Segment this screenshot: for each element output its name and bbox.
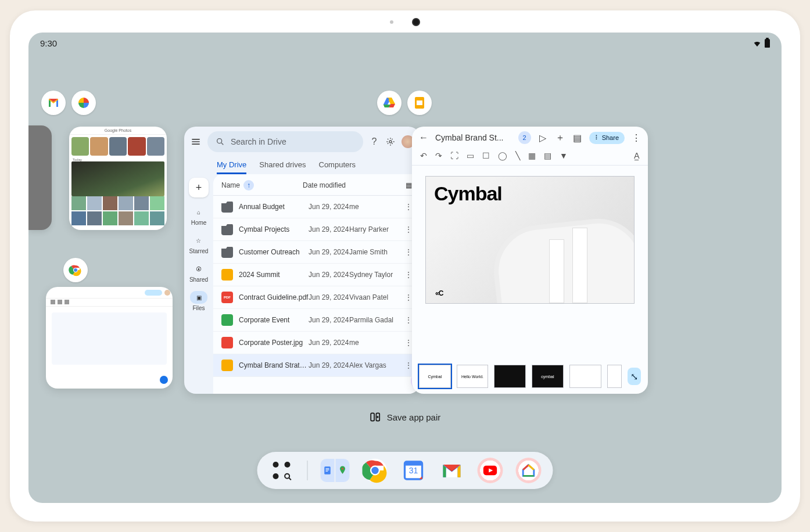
col-name[interactable]: Name↑ (221, 180, 303, 190)
more-icon[interactable]: ⋮ (630, 132, 642, 143)
file-more-icon[interactable]: ⋮ (405, 316, 412, 324)
file-owner: me (349, 339, 405, 347)
slides-bubble[interactable] (407, 91, 432, 115)
thumb-2[interactable]: Hello World. (457, 365, 489, 388)
file-more-icon[interactable]: ⋮ (405, 225, 412, 233)
thumb-5[interactable] (569, 365, 601, 388)
undo-icon[interactable]: ↶ (420, 151, 427, 160)
grid-toggle-icon[interactable]: ▦ (406, 181, 412, 189)
drive-tabs: My Drive Shared drives Computers (184, 157, 420, 174)
wifi-icon (752, 39, 762, 48)
dock-home[interactable] (516, 458, 542, 483)
file-date: Jun 29, 2024 (309, 271, 349, 279)
file-row[interactable]: Customer OutreachJun 29, 2024Jamie Smith… (213, 241, 420, 264)
svg-point-6 (389, 141, 392, 143)
file-row[interactable]: 2024 SummitJun 29, 2024Sydney Taylor⋮ (213, 264, 420, 286)
settings-icon[interactable] (385, 136, 396, 147)
thumb-6[interactable] (607, 365, 622, 388)
shape-icon[interactable]: ◯ (498, 151, 507, 160)
slides-icon (413, 96, 426, 110)
file-row[interactable]: Corporate EventJun 29, 2024Parmila Gadal… (213, 309, 420, 332)
dock-chrome[interactable] (363, 458, 388, 483)
svg-point-14 (342, 468, 343, 470)
recents-card-photos[interactable]: Google Photos Today (69, 127, 167, 230)
file-more-icon[interactable]: ⋮ (405, 293, 412, 301)
file-row[interactable]: PDFContract Guideline.pdfJun 29, 2024Viv… (213, 286, 420, 309)
camera-cluster (390, 18, 420, 26)
camera-lens (412, 18, 420, 26)
all-apps-button[interactable] (269, 458, 295, 483)
recents-card-slides[interactable]: ← Cymbal Brand St... 2 ▷ ＋ ▤ ⠇ Share ⋮ ↶… (412, 127, 648, 394)
tab-shared-drives[interactable]: Shared drives (259, 157, 306, 174)
folder-icon (221, 224, 233, 235)
text-format-icon[interactable]: A̲ (634, 151, 640, 160)
recents-card-drive[interactable]: Search in Drive ? My Drive Shared drives… (184, 127, 420, 394)
file-row[interactable]: Annual BudgetJun 29, 2024me⋮ (213, 196, 420, 218)
svg-point-5 (217, 139, 222, 143)
image-icon[interactable]: ▭ (467, 151, 474, 160)
rail-home[interactable]: ⌂Home (190, 206, 207, 226)
file-row[interactable]: Corporate Poster.jpgJun 29, 2024me⋮ (213, 332, 420, 354)
file-owner: me (349, 203, 405, 211)
dock-youtube[interactable] (478, 458, 503, 483)
tab-mydrive[interactable]: My Drive (217, 157, 246, 174)
file-owner: Parmila Gadal (349, 316, 405, 324)
file-row[interactable]: Cymbal Brand StrategyJun 29, 2024Alex Va… (213, 354, 420, 377)
chrome-icon (363, 458, 388, 483)
photos-grid (69, 196, 167, 228)
table-icon[interactable]: ▦ (528, 151, 536, 160)
file-more-icon[interactable]: ⋮ (405, 203, 412, 211)
folder-icon (221, 201, 233, 213)
resize-fab[interactable]: ⤡ (628, 368, 641, 385)
theme-icon[interactable]: ▼ (560, 151, 568, 160)
slide-canvas[interactable]: Cymbal «C (412, 166, 648, 314)
redo-icon[interactable]: ↷ (435, 151, 442, 160)
present-icon[interactable]: ▷ (537, 132, 549, 143)
save-pair-label: Save app pair (387, 412, 441, 422)
speaker-notes-icon[interactable]: ▤ (572, 132, 583, 143)
thumb-4[interactable]: cymbal (532, 365, 564, 388)
pdf-icon: PDF (221, 292, 233, 303)
save-app-pair[interactable]: Save app pair (370, 411, 441, 423)
maps-icon (338, 465, 348, 476)
layout-icon[interactable]: ▤ (544, 151, 551, 160)
share-button[interactable]: ⠇ Share (589, 132, 625, 144)
recents-card-peek[interactable] (28, 125, 52, 230)
file-more-icon[interactable]: ⋮ (405, 271, 412, 279)
new-button[interactable]: + (189, 178, 209, 197)
gmail-bubble[interactable] (41, 91, 66, 115)
dock-calendar[interactable]: 31 (401, 458, 426, 483)
drive-search[interactable]: Search in Drive (207, 131, 363, 152)
gmail-icon (440, 459, 464, 482)
chrome-bubble[interactable] (63, 258, 88, 282)
add-icon[interactable]: ＋ (554, 132, 566, 143)
sort-asc-icon[interactable]: ↑ (243, 180, 254, 190)
line-icon[interactable]: ╲ (515, 151, 520, 160)
dock-app-pair[interactable] (321, 459, 350, 482)
thumb-1[interactable]: Cymbal (419, 365, 451, 388)
file-more-icon[interactable]: ⋮ (405, 339, 412, 347)
file-more-icon[interactable]: ⋮ (405, 248, 412, 256)
slides-title[interactable]: Cymbal Brand St... (435, 133, 512, 142)
rail-files[interactable]: ▣Files (190, 291, 207, 311)
photos-bubble[interactable] (71, 91, 96, 115)
rail-shared[interactable]: ⦿Shared (189, 263, 208, 283)
drive-bubble[interactable] (377, 91, 402, 115)
file-owner: Harry Parker (349, 225, 405, 233)
textbox-icon[interactable]: ☐ (482, 151, 490, 160)
hamburger-icon[interactable] (190, 136, 202, 148)
col-date[interactable]: Date modified (303, 181, 406, 189)
recents-card-docs[interactable] (46, 287, 173, 389)
tab-computers[interactable]: Computers (319, 157, 356, 174)
taskbar: 31 (257, 452, 553, 489)
thumb-3[interactable] (494, 365, 526, 388)
back-icon[interactable]: ← (418, 132, 429, 143)
help-icon[interactable]: ? (369, 136, 379, 147)
dock-gmail[interactable] (439, 458, 465, 483)
select-icon[interactable]: ⛶ (450, 151, 458, 160)
file-more-icon[interactable]: ⋮ (405, 361, 412, 369)
file-row[interactable]: Cymbal ProjectsJun 29, 2024Harry Parker⋮ (213, 218, 420, 241)
collab-badge[interactable]: 2 (518, 131, 531, 144)
rail-starred[interactable]: ☆Starred (189, 234, 209, 254)
file-date: Jun 29, 2024 (309, 316, 349, 324)
